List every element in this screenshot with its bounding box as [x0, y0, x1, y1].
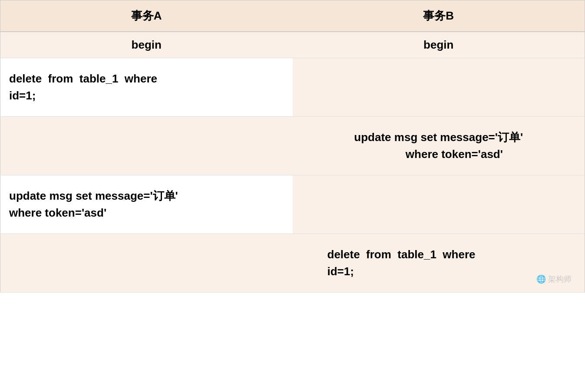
- delete-b-col-a: [0, 234, 293, 293]
- update-a-col-b: [293, 175, 585, 234]
- row-update-a: update msg set message='订单' where token=…: [0, 175, 585, 234]
- row-delete-a: delete from table_1 where id=1;: [0, 58, 585, 117]
- row-update-b: update msg set message='订单' where token=…: [0, 117, 585, 175]
- update-b-col-a: [0, 117, 293, 175]
- col-a-header: 事务A: [0, 0, 293, 32]
- watermark-label: 🌐 架构师: [536, 274, 572, 284]
- transaction-table: 事务A 事务B begin begin delete from table_1 …: [0, 0, 585, 293]
- delete-a-sql: delete from table_1 where id=1;: [9, 72, 157, 102]
- update-a-cell: update msg set message='订单' where token=…: [0, 175, 293, 234]
- header-row: 事务A 事务B: [0, 0, 585, 32]
- update-a-sql: update msg set message='订单' where token=…: [9, 189, 178, 219]
- update-b-sql: update msg set message='订单' where token=…: [354, 131, 523, 161]
- delete-a-cell: delete from table_1 where id=1;: [0, 58, 293, 117]
- begin-row: begin begin: [0, 32, 585, 58]
- delete-b-cell: delete from table_1 where id=1; 🌐 架构师: [293, 234, 585, 293]
- update-b-cell: update msg set message='订单' where token=…: [293, 117, 585, 175]
- delete-a-col-b: [293, 58, 585, 117]
- begin-b: begin: [293, 32, 585, 58]
- col-b-header: 事务B: [293, 0, 585, 32]
- begin-a: begin: [0, 32, 293, 58]
- row-delete-b: delete from table_1 where id=1; 🌐 架构师: [0, 234, 585, 293]
- delete-b-sql: delete from table_1 where id=1;: [327, 248, 476, 278]
